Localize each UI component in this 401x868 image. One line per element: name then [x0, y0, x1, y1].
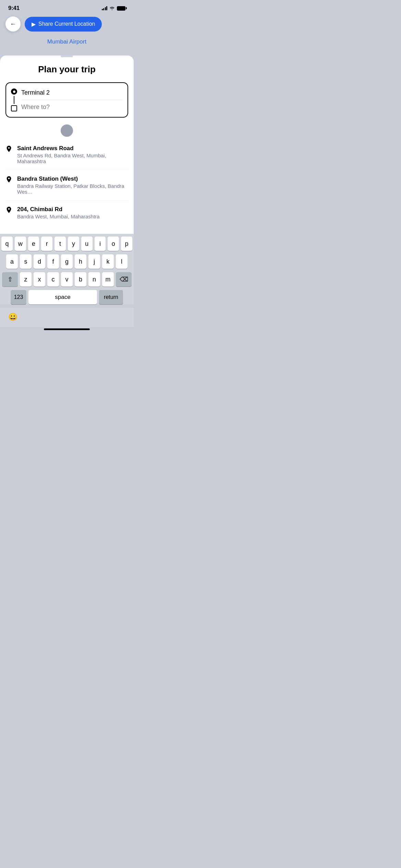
key-a[interactable]: a: [6, 254, 18, 269]
key-l[interactable]: l: [116, 254, 127, 269]
key-d[interactable]: d: [34, 254, 45, 269]
key-k[interactable]: k: [102, 254, 114, 269]
bottom-sheet: Plan your trip: [0, 56, 134, 234]
route-icons: [11, 87, 17, 113]
suggestion-item[interactable]: Saint Andrews Road St Andrews Rd, Bandra…: [5, 140, 128, 170]
key-y[interactable]: y: [68, 237, 79, 251]
key-n[interactable]: n: [88, 272, 100, 287]
status-time: 9:41: [8, 5, 20, 12]
share-location-button[interactable]: ▶ Share Current Location: [25, 17, 102, 32]
key-r[interactable]: r: [41, 237, 52, 251]
key-j[interactable]: j: [88, 254, 100, 269]
key-s[interactable]: s: [20, 254, 32, 269]
origin-input[interactable]: [21, 87, 123, 100]
suggestion-text: Saint Andrews Road St Andrews Rd, Bandra…: [17, 145, 128, 164]
suggestion-subtitle: Bandra Railway Station, Patkar Blocks, B…: [17, 183, 128, 195]
key-t[interactable]: t: [54, 237, 66, 251]
suggestion-text: Bandra Station (West) Bandra Railway Sta…: [17, 176, 128, 195]
key-b[interactable]: b: [75, 272, 86, 287]
svg-point-1: [8, 178, 10, 179]
key-u[interactable]: u: [81, 237, 93, 251]
keyboard-row-2: a s d f g h j k l: [1, 254, 132, 269]
sheet-handle: [61, 56, 73, 57]
battery-icon: [117, 6, 127, 11]
key-p[interactable]: p: [121, 237, 132, 251]
suggestion-item[interactable]: Bandra Station (West) Bandra Railway Sta…: [5, 170, 128, 201]
trip-route-container: [6, 84, 127, 116]
back-arrow-icon: ←: [10, 21, 16, 28]
home-indicator: [44, 328, 90, 330]
location-arrow-icon: ▶: [32, 21, 36, 27]
bottom-bar: 😀: [0, 308, 134, 327]
drag-indicator: [0, 124, 134, 137]
trip-input-box: [5, 82, 128, 118]
suggestion-subtitle: Bandra West, Mumbai, Maharashtra: [17, 214, 128, 219]
key-x[interactable]: x: [34, 272, 45, 287]
suggestion-title: 204, Chimbai Rd: [17, 206, 128, 213]
keyboard: q w e r t y u i o p a s d f g h j k l ⇧ …: [0, 234, 134, 304]
status-bar: 9:41: [0, 0, 134, 14]
suggestions-list: Saint Andrews Road St Andrews Rd, Bandra…: [0, 140, 134, 225]
key-o[interactable]: o: [108, 237, 119, 251]
keyboard-row-1: q w e r t y u i o p: [1, 237, 132, 251]
suggestion-title: Saint Andrews Road: [17, 145, 128, 152]
svg-point-0: [8, 147, 10, 149]
key-q[interactable]: q: [1, 237, 13, 251]
signal-icon: [102, 6, 108, 10]
emoji-key[interactable]: 😀: [5, 310, 20, 324]
back-button[interactable]: ←: [5, 16, 21, 32]
plan-title: Plan your trip: [0, 64, 134, 75]
header: ← ▶ Share Current Location: [0, 14, 134, 36]
key-f[interactable]: f: [47, 254, 59, 269]
pin-icon: [5, 207, 12, 216]
origin-dot-icon: [11, 88, 17, 95]
keyboard-row-4: 123 space return: [1, 290, 132, 304]
drag-dot-icon: [61, 124, 73, 137]
key-m[interactable]: m: [102, 272, 114, 287]
map-area: Mumbai Airport: [0, 36, 134, 51]
origin-dot-inner: [13, 91, 15, 93]
numbers-key[interactable]: 123: [11, 290, 26, 304]
suggestion-item[interactable]: 204, Chimbai Rd Bandra West, Mumbai, Mah…: [5, 201, 128, 225]
key-g[interactable]: g: [61, 254, 73, 269]
shift-key[interactable]: ⇧: [2, 272, 18, 287]
key-i[interactable]: i: [95, 237, 106, 251]
route-line-icon: [14, 96, 14, 104]
destination-input[interactable]: [21, 100, 123, 113]
suggestion-text: 204, Chimbai Rd Bandra West, Mumbai, Mah…: [17, 206, 128, 219]
svg-point-2: [8, 208, 10, 210]
destination-square-icon: [11, 105, 17, 111]
pin-icon: [5, 146, 12, 155]
key-v[interactable]: v: [61, 272, 73, 287]
return-key[interactable]: return: [99, 290, 123, 304]
delete-key[interactable]: ⌫: [116, 272, 132, 287]
key-e[interactable]: e: [28, 237, 39, 251]
status-icons: [102, 6, 127, 11]
wifi-icon: [109, 6, 115, 10]
space-key[interactable]: space: [28, 290, 97, 304]
key-w[interactable]: w: [15, 237, 26, 251]
keyboard-row-3: ⇧ z x c v b n m ⌫: [1, 272, 132, 287]
key-h[interactable]: h: [75, 254, 86, 269]
pin-icon: [5, 176, 12, 185]
suggestion-title: Bandra Station (West): [17, 176, 128, 182]
suggestion-subtitle: St Andrews Rd, Bandra West, Mumbai, Maha…: [17, 153, 128, 164]
key-z[interactable]: z: [20, 272, 32, 287]
route-inputs: [21, 87, 123, 113]
map-location-label: Mumbai Airport: [47, 38, 86, 45]
key-c[interactable]: c: [47, 272, 59, 287]
share-location-label: Share Current Location: [38, 21, 95, 27]
